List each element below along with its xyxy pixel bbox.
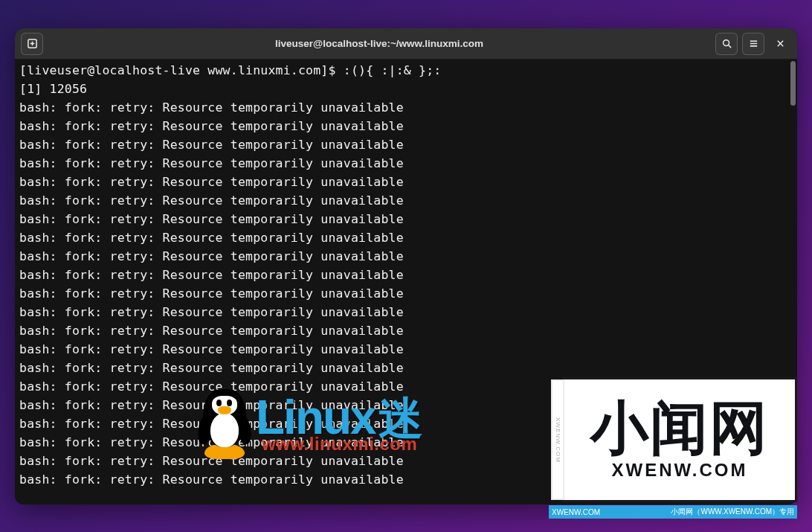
new-tab-button[interactable]: [21, 33, 43, 55]
footer-right: 小闻网（WWW.XWENW.COM）专用: [671, 507, 794, 517]
scrollbar-thumb[interactable]: [790, 61, 796, 106]
titlebar: liveuser@localhost-live:~/www.linuxmi.co…: [15, 28, 797, 60]
window-title: liveuser@localhost-live:~/www.linuxmi.co…: [43, 38, 715, 49]
terminal-output: [liveuser@localhost-live www.linuxmi.com…: [19, 61, 793, 489]
xwenw-footer: XWENW.COM 小闻网（WWW.XWENW.COM）专用: [549, 505, 797, 519]
footer-left: XWENW.COM: [552, 508, 600, 516]
terminal-window: liveuser@localhost-live:~/www.linuxmi.co…: [15, 28, 797, 504]
close-button[interactable]: [769, 33, 791, 55]
search-button[interactable]: [715, 33, 738, 55]
svg-point-3: [723, 40, 729, 46]
svg-line-4: [728, 45, 731, 48]
terminal-body[interactable]: [liveuser@localhost-live www.linuxmi.com…: [15, 60, 797, 504]
hamburger-menu-button[interactable]: [742, 33, 764, 55]
